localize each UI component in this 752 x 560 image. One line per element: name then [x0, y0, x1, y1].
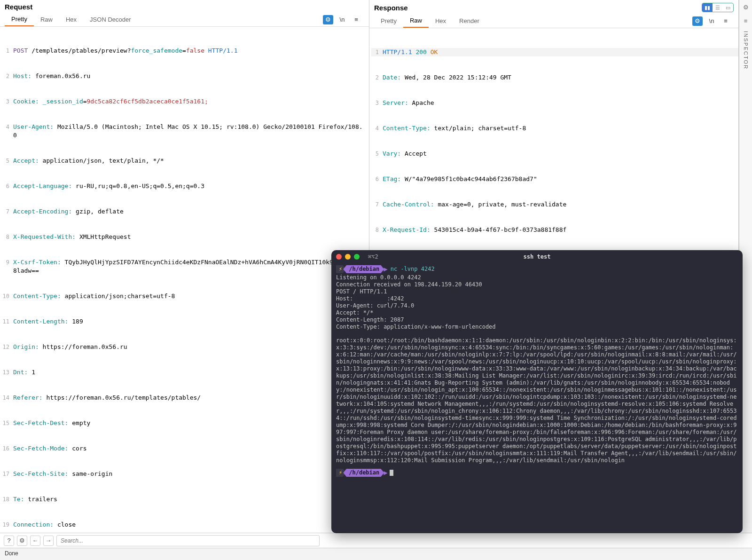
request-body[interactable]: 1POST /templates/ptables/preview?force_s…	[0, 27, 369, 536]
response-tabs: Pretty Raw Hex Render ⚙ \n ≡	[369, 12, 738, 28]
tab-pretty[interactable]: Pretty	[5, 13, 34, 26]
redacted-host: XXXXXXXXX	[356, 295, 387, 302]
status-bar: Done	[0, 548, 752, 560]
chevron-right-icon: ▶	[384, 469, 387, 476]
list-icon[interactable]: ≡	[744, 17, 748, 24]
terminal-tab-indicator: ⌘⌥2	[368, 253, 378, 260]
prompt-path: /h/debian	[343, 469, 384, 477]
settings-icon[interactable]: ⚙	[17, 536, 27, 546]
layout-toggle[interactable]: ▮▮ ☰ ▭	[702, 3, 734, 12]
bottom-toolbar: ? ⚙ ← →	[0, 533, 752, 548]
tab-pretty-resp[interactable]: Pretty	[374, 15, 403, 27]
actions-icon-resp[interactable]: ⚙	[692, 16, 703, 26]
minimize-icon[interactable]	[345, 254, 351, 260]
request-title: Request	[5, 3, 32, 11]
terminal-command: nc -lvnp 4242	[391, 266, 435, 273]
newline-icon-resp[interactable]: \n	[706, 16, 717, 26]
tab-hex[interactable]: Hex	[59, 13, 83, 26]
layout-columns-icon[interactable]: ▮▮	[702, 3, 713, 12]
response-title: Response	[374, 4, 408, 12]
tab-json-decoder[interactable]: JSON Decoder	[83, 13, 137, 26]
tab-raw[interactable]: Raw	[34, 13, 59, 26]
passwd-dump: root:x:0:0:root:/root:/bin/bashdaemon:x:…	[336, 337, 738, 464]
gear-icon[interactable]: ⚙	[743, 4, 749, 11]
newline-icon[interactable]: \n	[337, 15, 347, 24]
nav-back-icon[interactable]: ←	[30, 536, 40, 546]
cursor	[390, 470, 393, 476]
prompt-path: /h/debian	[343, 265, 384, 273]
tab-render-resp[interactable]: Render	[453, 15, 486, 27]
hamburger-icon-resp[interactable]: ≡	[721, 16, 731, 26]
terminal-window: ⌘⌥2 ssh test ⚡ /h/debian▶ nc -lvnp 4242 …	[331, 250, 743, 533]
inspector-label[interactable]: INSPECTOR	[743, 31, 749, 70]
hamburger-icon[interactable]: ≡	[351, 15, 361, 24]
close-icon[interactable]	[336, 254, 342, 260]
help-icon[interactable]: ?	[4, 536, 14, 546]
tab-raw-resp[interactable]: Raw	[403, 14, 429, 28]
layout-single-icon[interactable]: ▭	[723, 3, 733, 12]
chevron-right-icon: ▶	[384, 266, 387, 273]
terminal-body[interactable]: ⚡ /h/debian▶ nc -lvnp 4242 Listening on …	[331, 263, 743, 533]
layout-rows-icon[interactable]: ☰	[713, 3, 723, 12]
terminal-titlebar[interactable]: ⌘⌥2 ssh test	[331, 250, 743, 263]
nav-forward-icon[interactable]: →	[43, 536, 54, 546]
actions-icon[interactable]: ⚙	[323, 15, 333, 24]
tab-hex-resp[interactable]: Hex	[429, 15, 453, 27]
maximize-icon[interactable]	[354, 254, 360, 260]
search-input[interactable]	[56, 535, 320, 546]
request-tabs: Pretty Raw Hex JSON Decoder ⚙ \n ≡	[0, 11, 369, 27]
terminal-title: ssh test	[524, 253, 551, 260]
request-panel: Request Pretty Raw Hex JSON Decoder ⚙ \n…	[0, 0, 369, 536]
